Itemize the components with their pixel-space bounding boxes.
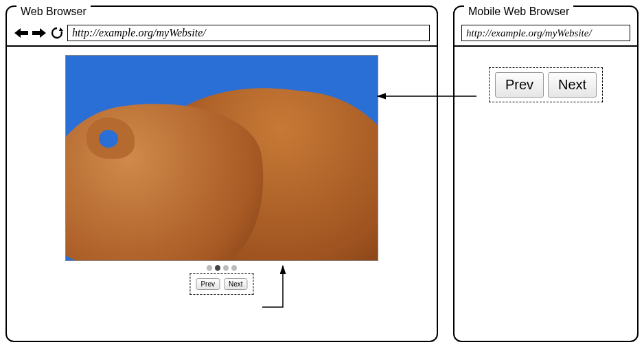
web-content: Prev Next xyxy=(7,47,437,339)
mobile-button-group: Prev Next xyxy=(489,67,603,102)
mobile-browser-toolbar: http://example.org/myWebsite/ xyxy=(455,22,637,47)
web-browser-title: Web Browser xyxy=(16,5,91,18)
web-browser-window: Web Browser http://example.org/myWebsite… xyxy=(5,5,438,342)
reload-icon[interactable] xyxy=(49,25,65,41)
carousel-dot[interactable] xyxy=(231,265,237,271)
prev-button[interactable]: Prev xyxy=(495,72,544,98)
mobile-content: Prev Next xyxy=(455,47,637,123)
next-button[interactable]: Next xyxy=(548,72,597,98)
web-button-group: Prev Next xyxy=(189,273,253,295)
mobile-browser-title: Mobile Web Browser xyxy=(464,5,573,18)
mobile-browser-window: Mobile Web Browser http://example.org/my… xyxy=(453,5,639,342)
svg-marker-1 xyxy=(32,28,46,38)
carousel-dots xyxy=(15,265,428,271)
mobile-url-bar[interactable]: http://example.org/myWebsite/ xyxy=(461,25,630,41)
web-browser-toolbar: http://example.org/myWebsite/ xyxy=(7,22,437,47)
next-button[interactable]: Next xyxy=(224,278,248,290)
web-url-bar[interactable]: http://example.org/myWebsite/ xyxy=(67,25,430,41)
mobile-url-text: http://example.org/myWebsite/ xyxy=(466,27,592,39)
prev-button[interactable]: Prev xyxy=(196,278,220,290)
carousel-dot[interactable] xyxy=(215,265,220,271)
forward-icon[interactable] xyxy=(32,25,47,41)
svg-marker-2 xyxy=(59,27,63,31)
back-icon[interactable] xyxy=(14,25,29,41)
svg-marker-0 xyxy=(14,28,28,38)
carousel-dot[interactable] xyxy=(207,265,212,271)
web-url-text: http://example.org/myWebsite/ xyxy=(72,27,206,39)
carousel-dot[interactable] xyxy=(223,265,229,271)
carousel-image xyxy=(65,55,378,261)
